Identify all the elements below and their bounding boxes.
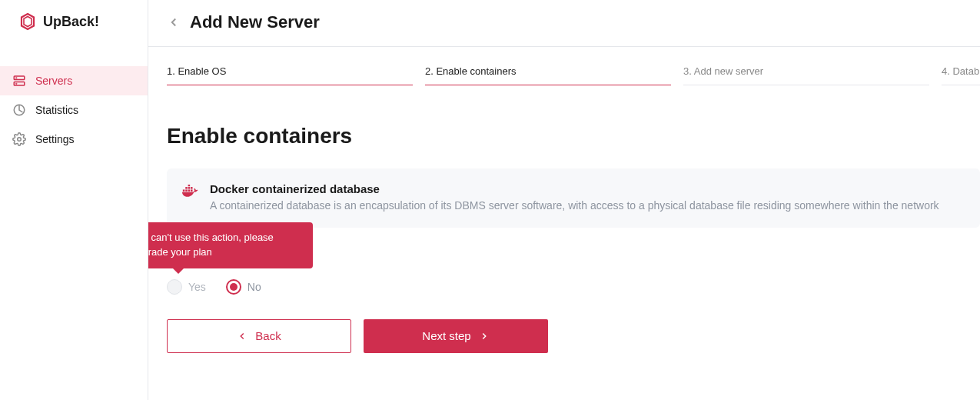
wizard-buttons: Back Next step bbox=[167, 319, 980, 353]
radio-label: No bbox=[247, 281, 261, 293]
svg-rect-11 bbox=[188, 187, 191, 189]
chevron-right-icon bbox=[479, 331, 490, 342]
radio-yes[interactable]: You can't use this action, please upgrad… bbox=[167, 279, 206, 295]
next-button-label: Next step bbox=[422, 329, 470, 342]
wizard-steps: 1. Enable OS 2. Enable containers 3. Add… bbox=[167, 47, 980, 85]
radio-circle-icon bbox=[226, 279, 241, 295]
section-title: Enable containers bbox=[167, 124, 980, 148]
svg-rect-12 bbox=[191, 187, 193, 189]
step-2[interactable]: 2. Enable containers bbox=[425, 65, 671, 85]
step-3[interactable]: 3. Add new server bbox=[683, 65, 929, 85]
info-card: Docker containerized database A containe… bbox=[167, 168, 980, 228]
sidebar-item-label: Settings bbox=[35, 133, 75, 145]
back-button-label: Back bbox=[255, 329, 281, 342]
back-icon[interactable] bbox=[167, 15, 181, 29]
sidebar: UpBack! Servers Statistics Settings bbox=[0, 0, 148, 400]
servers-icon bbox=[12, 74, 26, 88]
svg-rect-6 bbox=[183, 189, 185, 192]
svg-rect-13 bbox=[188, 185, 191, 186]
sidebar-item-servers[interactable]: Servers bbox=[0, 66, 148, 95]
svg-point-5 bbox=[18, 138, 22, 142]
upgrade-tooltip: You can't use this action, please upgrad… bbox=[148, 222, 313, 268]
logo-icon bbox=[18, 12, 37, 31]
logo[interactable]: UpBack! bbox=[0, 0, 148, 43]
logo-text: UpBack! bbox=[43, 14, 99, 30]
page-title: Add New Server bbox=[190, 12, 320, 32]
nav: Servers Statistics Settings bbox=[0, 66, 148, 154]
radio-label: Yes bbox=[188, 281, 206, 293]
info-text: Docker containerized database A containe… bbox=[210, 182, 939, 214]
settings-icon bbox=[12, 132, 26, 146]
chevron-left-icon bbox=[237, 331, 247, 342]
next-button[interactable]: Next step bbox=[364, 319, 548, 353]
step-4[interactable]: 4. Datab bbox=[942, 65, 980, 85]
radio-no[interactable]: No bbox=[226, 279, 261, 295]
back-button[interactable]: Back bbox=[167, 319, 351, 353]
docker-icon bbox=[182, 185, 199, 198]
sidebar-item-statistics[interactable]: Statistics bbox=[0, 95, 148, 125]
sidebar-item-settings[interactable]: Settings bbox=[0, 125, 148, 154]
sidebar-item-label: Statistics bbox=[35, 104, 78, 116]
svg-point-3 bbox=[16, 83, 17, 84]
svg-point-2 bbox=[16, 78, 17, 78]
radio-circle-icon bbox=[167, 279, 182, 295]
radio-group: You can't use this action, please upgrad… bbox=[167, 279, 980, 295]
header: Add New Server bbox=[148, 0, 980, 47]
svg-rect-9 bbox=[191, 189, 193, 192]
svg-rect-8 bbox=[188, 189, 191, 192]
svg-rect-10 bbox=[185, 187, 188, 189]
content: 1. Enable OS 2. Enable containers 3. Add… bbox=[148, 47, 980, 372]
svg-rect-7 bbox=[185, 189, 188, 192]
main: Add New Server 1. Enable OS 2. Enable co… bbox=[148, 0, 980, 400]
info-desc: A containerized database is an encapsula… bbox=[210, 198, 939, 214]
sidebar-item-label: Servers bbox=[35, 75, 72, 87]
statistics-icon bbox=[12, 103, 26, 117]
radio-dot-icon bbox=[230, 283, 238, 291]
info-title: Docker containerized database bbox=[210, 182, 939, 195]
step-1[interactable]: 1. Enable OS bbox=[167, 65, 413, 85]
